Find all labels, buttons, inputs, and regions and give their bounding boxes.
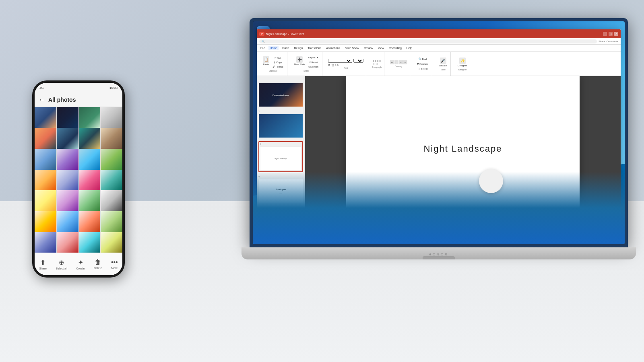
slide-thumbnail-3[interactable]: 3 Night Landscape	[258, 141, 303, 172]
photo-thumb[interactable]	[101, 170, 122, 191]
font-name-select[interactable]	[328, 59, 352, 63]
photo-thumb[interactable]	[35, 107, 56, 129]
close-button[interactable]: ✕	[614, 32, 618, 36]
dictate-button[interactable]: 🎤 Dictate	[438, 57, 448, 68]
select-button[interactable]: ⬚ Select	[416, 66, 430, 71]
photo-thumb[interactable]	[35, 232, 56, 253]
reading-view-button[interactable]: ⊞	[605, 224, 607, 227]
photo-thumb[interactable]	[79, 128, 101, 150]
font-size-select[interactable]	[353, 59, 363, 63]
delete-button[interactable]: 🗑 Delete	[94, 259, 102, 269]
taskbar-search-button[interactable]: 🔍	[414, 232, 425, 242]
photo-thumb[interactable]	[79, 190, 101, 212]
find-button[interactable]: 🔍 Find	[416, 57, 430, 61]
menu-help[interactable]: Help	[405, 46, 413, 50]
italic-button[interactable]: I	[331, 64, 332, 66]
slideshow-button[interactable]: ▷	[609, 224, 611, 227]
paste-button[interactable]: 📋 Paste	[262, 56, 270, 69]
task-view-button[interactable]: ⊟	[427, 232, 438, 242]
photo-thumb[interactable]	[57, 232, 78, 253]
justify-button[interactable]: ≡	[380, 60, 381, 62]
menu-animations[interactable]: Animations	[325, 46, 341, 50]
photo-thumb[interactable]	[57, 211, 78, 233]
align-left-button[interactable]: ≡	[373, 60, 374, 62]
notes-button[interactable]: Notes	[589, 224, 596, 227]
underline-button[interactable]: U	[332, 64, 334, 66]
shadow-button[interactable]: S	[337, 64, 339, 66]
copy-button[interactable]: ⎘ Copy	[271, 60, 285, 64]
photo-thumb[interactable]	[101, 232, 122, 253]
menu-slideshow[interactable]: Slide Show	[344, 46, 360, 50]
photo-thumb[interactable]	[101, 128, 122, 150]
photo-thumb[interactable]	[101, 211, 122, 233]
current-slide[interactable]: Night Landscape	[346, 76, 580, 222]
photo-thumb[interactable]	[57, 128, 78, 150]
share-label[interactable]: Share	[599, 40, 605, 43]
replace-button[interactable]: ⇄ Replace	[416, 62, 430, 66]
powerpoint-taskbar-button[interactable]: P	[466, 232, 476, 242]
select-all-button[interactable]: ⊕ Select all	[56, 259, 67, 270]
main-slide-area[interactable]: Night Landscape	[305, 76, 621, 222]
menu-transitions[interactable]: Transitions	[306, 46, 322, 50]
photo-thumb[interactable]	[57, 190, 78, 212]
slide-thumbnail-1[interactable]: 1 Photographic Images	[258, 79, 303, 107]
photo-thumb[interactable]	[79, 149, 101, 171]
section-button[interactable]: § Section	[307, 65, 320, 69]
menu-file[interactable]: File	[259, 46, 266, 50]
slide-thumbnail-4[interactable]: 4 Thank you ——	[258, 175, 303, 203]
file-explorer-button[interactable]: 📁	[440, 232, 450, 242]
photo-thumb[interactable]	[79, 211, 101, 233]
taskbar-clock[interactable]: 10:08 2023/02/27	[607, 233, 621, 241]
menu-home[interactable]: Home	[268, 46, 279, 50]
photo-thumb[interactable]	[79, 107, 101, 129]
photo-thumb[interactable]	[101, 190, 122, 212]
indent-increase-button[interactable]: ⇥	[376, 62, 378, 65]
indent-decrease-button[interactable]: ⇤	[373, 62, 375, 65]
search-box[interactable]: 🔍	[259, 39, 597, 43]
photo-thumb[interactable]	[101, 149, 122, 171]
comments-label[interactable]: Comments	[607, 40, 618, 43]
line-tool[interactable]: ─	[390, 60, 394, 64]
photo-thumb[interactable]	[101, 107, 122, 129]
strikethrough-button[interactable]: S	[335, 64, 336, 66]
more-button[interactable]: ••• More	[111, 259, 118, 269]
back-button[interactable]: ←	[39, 96, 45, 103]
photo-thumb[interactable]	[57, 170, 78, 191]
photo-thumb[interactable]	[79, 232, 101, 253]
cut-button[interactable]: ✂ Cut	[271, 56, 285, 60]
edge-browser-button[interactable]: 🌐	[453, 232, 463, 242]
photo-thumb[interactable]	[35, 211, 56, 233]
photo-thumb[interactable]	[35, 128, 56, 150]
share-button[interactable]: ⬆ Share	[39, 259, 47, 270]
menu-design[interactable]: Design	[293, 46, 304, 50]
menu-recording[interactable]: Recording	[388, 46, 403, 50]
minimize-button[interactable]: ─	[603, 32, 607, 36]
format-painter-button[interactable]: 🖌 Format	[271, 65, 285, 69]
arrow-tool[interactable]: →	[399, 60, 403, 64]
menu-view[interactable]: View	[377, 46, 385, 50]
photo-thumb[interactable]	[35, 170, 56, 191]
create-button[interactable]: ✦ Create	[76, 259, 85, 270]
layout-button[interactable]: Layout ▼	[307, 56, 320, 60]
photo-thumb[interactable]	[57, 149, 78, 171]
design-ideas-button[interactable]: ✨ Designer	[456, 57, 469, 68]
slide-thumbnail-2[interactable]: 2	[258, 110, 303, 138]
new-slide-button[interactable]: ➕ New Slide	[293, 56, 306, 69]
bold-button[interactable]: B	[328, 64, 330, 66]
restore-button[interactable]: □	[609, 32, 613, 36]
menu-review[interactable]: Review	[363, 46, 374, 50]
photo-thumb[interactable]	[35, 190, 56, 212]
photo-thumb[interactable]	[57, 107, 78, 129]
align-center-button[interactable]: ≡	[375, 60, 376, 62]
oval-tool[interactable]: ○	[403, 60, 407, 64]
menu-insert[interactable]: Insert	[281, 46, 291, 50]
normal-view-button[interactable]: ▤	[597, 224, 600, 227]
photo-thumb[interactable]	[35, 149, 56, 171]
align-right-button[interactable]: ≡	[377, 60, 379, 62]
photo-thumb[interactable]	[79, 170, 101, 191]
start-button[interactable]	[401, 232, 412, 242]
slide-number-4: 4	[258, 175, 303, 178]
reset-button[interactable]: ↺ Reset	[307, 60, 320, 64]
slide-sorter-button[interactable]: ▦	[601, 224, 604, 227]
rect-tool[interactable]: □	[394, 60, 398, 64]
